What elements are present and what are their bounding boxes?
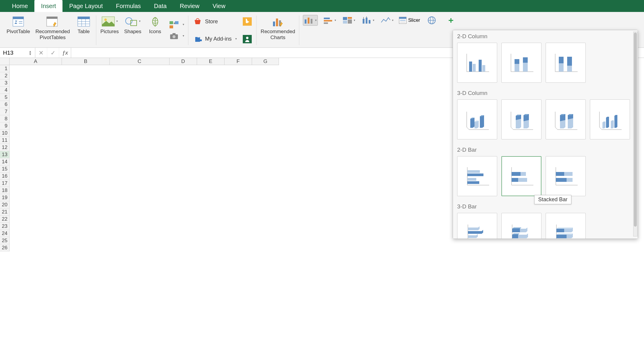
table-button[interactable]: Table <box>74 14 93 47</box>
name-box-stepper[interactable]: ▴▾ <box>28 50 33 56</box>
svg-rect-86 <box>556 172 564 176</box>
svg-rect-3 <box>47 17 57 19</box>
my-addins-button[interactable]: My Add-ins▾ <box>191 34 238 44</box>
bar-chart-dropdown[interactable]: ▾ <box>322 15 337 26</box>
row-header-11[interactable]: 11 <box>0 137 10 144</box>
recommended-charts-button[interactable]: Recommended Charts <box>260 14 296 47</box>
chart-3d-100-stacked-column[interactable] <box>546 99 586 139</box>
icons-button[interactable]: Icons <box>146 14 165 47</box>
row-header-4[interactable]: 4 <box>0 87 10 94</box>
row-header-7[interactable]: 7 <box>0 108 10 115</box>
pictures-button[interactable]: ▾ Pictures <box>99 14 120 47</box>
row-header-2[interactable]: 2 <box>0 72 10 79</box>
tab-insert[interactable]: Insert <box>34 0 62 12</box>
chart-3d-100-stacked-bar[interactable] <box>546 213 586 239</box>
chart-stacked-bar[interactable]: Stacked Bar <box>501 156 541 196</box>
row-header-9[interactable]: 9 <box>0 122 10 130</box>
svg-rect-1 <box>13 17 24 19</box>
row-header-19[interactable]: 19 <box>0 194 10 201</box>
column-header-F[interactable]: F <box>225 58 252 65</box>
chart-type-row: ▾ ▾ ▾ ▾ ▾ Slicer + <box>302 14 459 47</box>
column-header-A[interactable]: A <box>10 58 62 65</box>
people-graph-button[interactable] <box>241 34 254 44</box>
row-header-24[interactable]: 24 <box>0 230 10 237</box>
chart-100-stacked-column[interactable] <box>546 43 586 83</box>
chart-stacked-column[interactable] <box>501 43 541 83</box>
chart-clustered-column[interactable] <box>457 43 497 83</box>
icons-label: Icons <box>149 29 161 35</box>
svg-rect-44 <box>400 20 405 21</box>
row-header-22[interactable]: 22 <box>0 216 10 223</box>
row-header-12[interactable]: 12 <box>0 144 10 151</box>
column-header-E[interactable]: E <box>197 58 225 65</box>
column-header-B[interactable]: B <box>62 58 110 65</box>
globe-button[interactable] <box>424 15 439 26</box>
chart-3d-stacked-bar[interactable] <box>501 213 541 239</box>
chart-3d-clustered-bar[interactable] <box>457 213 497 239</box>
tab-review[interactable]: Review <box>173 0 206 12</box>
svg-rect-81 <box>512 178 518 182</box>
row-header-1[interactable]: 1 <box>0 65 10 72</box>
fx-label[interactable]: ƒx <box>59 48 71 58</box>
chart-panel-scrollbar[interactable] <box>633 32 637 236</box>
name-box-input[interactable] <box>0 50 28 56</box>
recommended-pivottables-button[interactable]: Recommended PivotTables <box>34 14 71 47</box>
slicer-label: Slicer <box>408 18 420 23</box>
tab-page-layout[interactable]: Page Layout <box>62 0 109 12</box>
chart-100-stacked-bar[interactable] <box>546 156 586 196</box>
tab-formulas[interactable]: Formulas <box>109 0 147 12</box>
column-header-G[interactable]: G <box>252 58 279 65</box>
chart-panel-scroll-thumb[interactable] <box>634 33 637 227</box>
row-header-25[interactable]: 25 <box>0 237 10 244</box>
row-header-14[interactable]: 14 <box>0 158 10 165</box>
column-header-C[interactable]: C <box>110 58 170 65</box>
chart-3d-column[interactable] <box>590 99 630 139</box>
tab-view[interactable]: View <box>206 0 232 12</box>
svg-rect-88 <box>556 178 567 182</box>
icons-icon <box>147 15 164 28</box>
row-header-5[interactable]: 5 <box>0 94 10 101</box>
row-header-23[interactable]: 23 <box>0 223 10 230</box>
select-all-cell[interactable] <box>0 58 10 65</box>
svg-rect-73 <box>467 170 480 173</box>
hierarchy-chart-dropdown[interactable]: ▾ <box>341 15 356 26</box>
chart-type-panel: 2-D Column 3-D Column <box>453 30 638 239</box>
name-box[interactable]: ▴▾ <box>0 48 35 58</box>
add-button[interactable]: + <box>443 15 458 26</box>
row-header-18[interactable]: 18 <box>0 187 10 194</box>
row-header-13[interactable]: 13 <box>0 151 10 158</box>
pivottable-button[interactable]: PivotTable <box>5 14 31 47</box>
screenshot-button[interactable]: ▾ <box>168 31 185 41</box>
svg-point-23 <box>246 37 248 39</box>
chart-3d-clustered-column[interactable] <box>457 99 497 139</box>
row-header-16[interactable]: 16 <box>0 173 10 180</box>
cancel-formula-button[interactable]: ✕ <box>35 48 47 58</box>
store-button[interactable]: Store <box>191 17 238 26</box>
column-chart-dropdown[interactable]: ▾ <box>303 15 318 26</box>
column-header-D[interactable]: D <box>170 58 197 65</box>
line-chart-dropdown[interactable]: ▾ <box>379 15 394 26</box>
row-header-6[interactable]: 6 <box>0 101 10 108</box>
statistic-chart-dropdown[interactable]: ▾ <box>360 15 375 26</box>
chart-3d-stacked-column[interactable] <box>501 99 541 139</box>
svg-point-11 <box>104 19 107 21</box>
row-header-10[interactable]: 10 <box>0 130 10 137</box>
accept-formula-button[interactable]: ✓ <box>47 48 59 58</box>
smartart-button[interactable]: ▾ <box>168 20 185 30</box>
shapes-button[interactable]: ▾ Shapes <box>123 14 143 47</box>
store-icon <box>193 17 203 26</box>
row-header-15[interactable]: 15 <box>0 165 10 173</box>
row-header-21[interactable]: 21 <box>0 208 10 216</box>
tab-data[interactable]: Data <box>147 0 173 12</box>
slicer-button[interactable]: Slicer <box>399 15 420 26</box>
row-header-3[interactable]: 3 <box>0 79 10 87</box>
column-headers: ABCDEFG <box>10 58 279 65</box>
bing-maps-button[interactable] <box>241 17 254 26</box>
chart-clustered-bar[interactable] <box>457 156 497 196</box>
recommended-charts-icon <box>270 15 286 28</box>
row-header-26[interactable]: 26 <box>0 244 10 251</box>
tab-home[interactable]: Home <box>5 0 34 12</box>
row-header-8[interactable]: 8 <box>0 115 10 122</box>
row-header-20[interactable]: 20 <box>0 201 10 208</box>
row-header-17[interactable]: 17 <box>0 180 10 187</box>
